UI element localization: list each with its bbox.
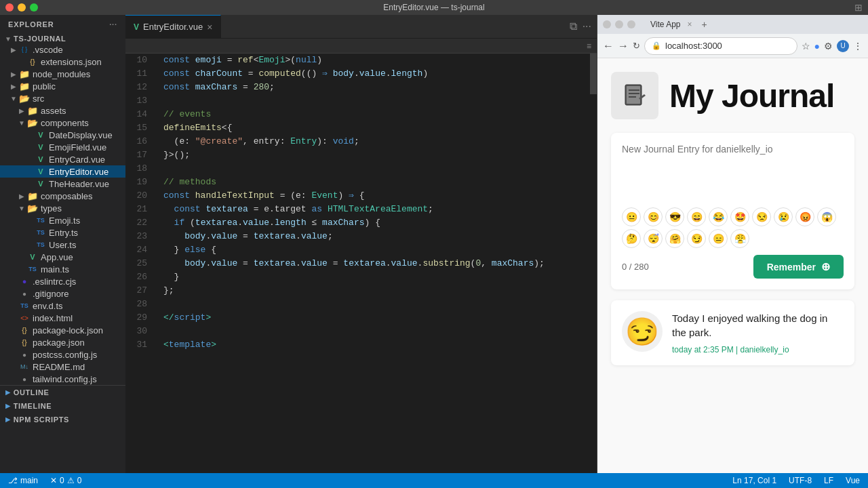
sidebar-item-App-vue[interactable]: V App.vue xyxy=(0,251,125,263)
emoji-button-9[interactable]: 😱 xyxy=(817,207,836,226)
scrollbar-thumb[interactable] xyxy=(590,54,597,94)
sidebar-item-DateDisplay-vue[interactable]: V DateDisplay.vue xyxy=(0,129,125,141)
tab-close-button[interactable]: × xyxy=(207,22,212,33)
sidebar-section-outline[interactable]: ▶ OUTLINE xyxy=(0,386,125,399)
emoji-button-10[interactable]: 🤔 xyxy=(622,229,641,248)
browser-new-tab[interactable]: + xyxy=(702,19,707,30)
error-count[interactable]: ✕ 0 ⚠ 0 xyxy=(47,476,84,485)
sidebar-item-TheHeader-vue[interactable]: V TheHeader.vue xyxy=(0,178,125,190)
arrow-icon: ▶ xyxy=(8,46,19,54)
sidebar-item-EmojiField-vue[interactable]: V EmojiField.vue xyxy=(0,141,125,153)
close-button[interactable] xyxy=(5,3,14,12)
sidebar-item-types[interactable]: ▼ 📂 types xyxy=(0,202,125,214)
sidebar-item-package-json[interactable]: {} package.json xyxy=(0,336,125,348)
sidebar-item-User-ts[interactable]: TS User.ts xyxy=(0,239,125,251)
encoding[interactable]: UTF-8 xyxy=(786,476,814,485)
file-icon: 📁 xyxy=(19,81,30,92)
sidebar-item-EntryEditor-vue[interactable]: V EntryEditor.vue xyxy=(0,165,125,178)
line-ending[interactable]: LF xyxy=(821,476,836,485)
sidebar-item-package-lock-json[interactable]: {} package-lock.json xyxy=(0,324,125,336)
more-actions-icon[interactable]: ··· xyxy=(583,20,591,33)
emoji-button-12[interactable]: 🤗 xyxy=(665,229,684,248)
sidebar-item-ts-journal[interactable]: ▼ TS-JOURNAL xyxy=(0,34,125,43)
emoji-button-1[interactable]: 😊 xyxy=(644,207,663,226)
emoji-button-2[interactable]: 😎 xyxy=(665,207,684,226)
sidebar-item-composables[interactable]: ▶ 📁 composables xyxy=(0,190,125,202)
sidebar-item-assets[interactable]: ▶ 📁 assets xyxy=(0,104,125,117)
bookmark-icon[interactable]: ☆ xyxy=(802,41,810,52)
sidebar-item-src[interactable]: ▼ 📂 src xyxy=(0,92,125,104)
emoji-button-6[interactable]: 😒 xyxy=(752,207,771,226)
emoji-button-7[interactable]: 😢 xyxy=(774,207,793,226)
file-label: src xyxy=(33,94,44,104)
arrow-icon: ▶ xyxy=(16,192,27,200)
sidebar-item-env-d-ts[interactable]: TS env.d.ts xyxy=(0,300,125,312)
emoji-button-15[interactable]: 😤 xyxy=(730,229,749,248)
shield-icon[interactable]: ● xyxy=(814,41,820,52)
emoji-button-3[interactable]: 😄 xyxy=(687,207,706,226)
browser-close[interactable] xyxy=(603,20,611,28)
browser-minimize[interactable] xyxy=(615,20,623,28)
entry-emoji: 😏 xyxy=(622,311,663,352)
emoji-button-5[interactable]: 🤩 xyxy=(730,207,749,226)
sidebar-item-extensions-json[interactable]: {} extensions.json xyxy=(0,56,125,68)
browser-refresh[interactable]: ↻ xyxy=(633,41,640,51)
git-branch[interactable]: ⎇ main xyxy=(5,476,41,485)
layout-toggle[interactable]: ⊞ xyxy=(854,2,863,13)
file-label: node_modules xyxy=(33,69,90,79)
remember-button[interactable]: Remember ⊕ xyxy=(753,255,844,279)
status-left: ⎇ main ✕ 0 ⚠ 0 xyxy=(0,476,84,485)
emoji-button-8[interactable]: 😡 xyxy=(795,207,814,226)
browser-back[interactable]: ← xyxy=(603,40,614,52)
sidebar-item-vscode[interactable]: ▶ { } .vscode xyxy=(0,43,125,56)
emoji-button-13[interactable]: 😏 xyxy=(687,229,706,248)
code-line: const textarea = e.target as HTMLTextAre… xyxy=(163,203,590,216)
browser-maximize[interactable] xyxy=(627,20,635,28)
maximize-button[interactable] xyxy=(30,3,38,12)
language-mode[interactable]: Vue xyxy=(843,476,863,485)
sidebar-item-Emoji-ts[interactable]: TS Emoji.ts xyxy=(0,214,125,226)
browser-tab-close[interactable]: × xyxy=(687,20,692,29)
browser-tab-title: Vite App xyxy=(650,20,680,29)
sidebar-section-timeline[interactable]: ▶ TIMELINE xyxy=(0,399,125,413)
file-label: assets xyxy=(41,106,66,116)
cursor-position[interactable]: Ln 17, Col 1 xyxy=(730,476,779,485)
sidebar-item-node_modules[interactable]: ▶ 📁 node_modules xyxy=(0,68,125,80)
split-editor-icon[interactable]: ⧉ xyxy=(570,20,577,33)
sidebar-item-tailwind-config-js[interactable]: ● tailwind.config.js xyxy=(0,373,125,385)
code-line: body.value = textarea.value; xyxy=(163,230,590,243)
tab-entry-editor[interactable]: V EntryEditor.vue × xyxy=(125,15,221,38)
file-icon: {} xyxy=(19,337,30,348)
minimap-icon[interactable]: ≡ xyxy=(587,41,591,51)
sidebar-item-public[interactable]: ▶ 📁 public xyxy=(0,80,125,92)
sidebar-item-EntryCard-vue[interactable]: V EntryCard.vue xyxy=(0,153,125,165)
emoji-button-14[interactable]: 😑 xyxy=(709,229,728,248)
chevron-right-icon: ▶ xyxy=(5,403,11,409)
emoji-button-0[interactable]: 😐 xyxy=(622,207,641,226)
emoji-button-11[interactable]: 😴 xyxy=(644,229,663,248)
sidebar-item-index-html[interactable]: <> index.html xyxy=(0,312,125,324)
sidebar-item-postcss-config-js[interactable]: ● postcss.config.js xyxy=(0,348,125,361)
sidebar-item-README-md[interactable]: M↓ README.md xyxy=(0,361,125,373)
sidebar-item-Entry-ts[interactable]: TS Entry.ts xyxy=(0,226,125,239)
emoji-button-4[interactable]: 😂 xyxy=(709,207,728,226)
editor-area: V EntryEditor.vue × ⧉ ··· ≡ 101112131415… xyxy=(125,15,597,473)
profile-icon[interactable]: U xyxy=(837,40,849,52)
minimize-button[interactable] xyxy=(18,3,26,12)
sidebar-section-npm[interactable]: ▶ NPM SCRIPTS xyxy=(0,413,125,426)
sidebar-item-eslintrc-cjs[interactable]: ● .eslintrc.cjs xyxy=(0,275,125,287)
arrow-icon: ▶ xyxy=(8,70,19,78)
sidebar-item-gitignore[interactable]: ● .gitignore xyxy=(0,287,125,300)
browser-forward[interactable]: → xyxy=(618,40,629,52)
app-header: My Journal xyxy=(611,72,854,119)
address-bar[interactable]: 🔒 localhost:3000 xyxy=(644,37,797,55)
code-editor[interactable]: 1011121314151617181920212223242526272829… xyxy=(125,54,597,473)
sidebar-item-main-ts[interactable]: TS main.ts xyxy=(0,263,125,275)
extension-icon[interactable]: ⚙ xyxy=(824,41,833,52)
sidebar-menu[interactable]: ··· xyxy=(109,20,117,28)
sidebar-item-components[interactable]: ▼ 📂 components xyxy=(0,117,125,129)
more-icon[interactable]: ⋮ xyxy=(853,41,863,52)
scrollbar[interactable] xyxy=(590,54,597,473)
line-number: 31 xyxy=(125,338,147,352)
journal-entry-textarea[interactable] xyxy=(622,144,844,205)
